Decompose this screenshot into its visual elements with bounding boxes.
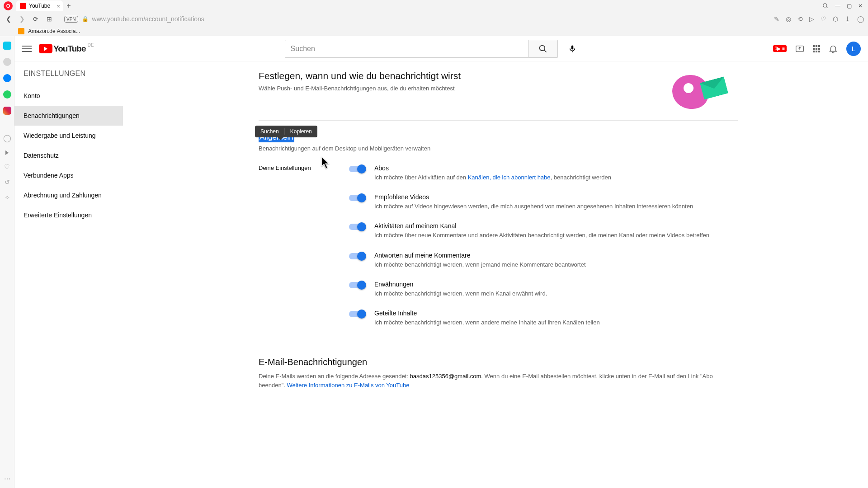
- sidebar-item-wiedergabe[interactable]: Wiedergabe und Leistung: [14, 126, 123, 145]
- camera-icon[interactable]: ◎: [786, 15, 791, 23]
- profile-icon[interactable]: ◯: [857, 15, 864, 23]
- subscribed-channels-link[interactable]: Kanälen, die ich abonniert habe: [468, 174, 551, 181]
- sidebar-item-erweitert[interactable]: Erweiterte Einstellungen: [14, 205, 123, 225]
- titlebar: O YouTube × + — ▢ ✕: [0, 0, 868, 12]
- sidebar-item-konto[interactable]: Konto: [14, 86, 123, 106]
- placeholder-icon[interactable]: [3, 58, 11, 66]
- workspace-icon[interactable]: [3, 42, 11, 50]
- toggle-title: Geteilte Inhalte: [374, 310, 600, 317]
- opera-sidebar: ◯ ♡ ↺ ✧ ⋯: [0, 36, 14, 488]
- toggle-title: Aktivitäten auf meinem Kanal: [374, 222, 709, 230]
- bookmark-amazon[interactable]: Amazon.de Associa...: [28, 28, 80, 34]
- tooltip-search-button[interactable]: Suchen: [255, 128, 285, 135]
- send-icon[interactable]: ▷: [809, 15, 814, 23]
- search-icon[interactable]: [822, 3, 829, 9]
- email-address: basdas125356@gmail.com: [410, 373, 481, 380]
- forward-button[interactable]: ❯: [17, 14, 27, 24]
- toggle-aktivitaeten[interactable]: [349, 224, 365, 230]
- toggle-row-aktivitaeten: Aktivitäten auf meinem Kanal Ich möchte …: [349, 222, 738, 239]
- heart-icon[interactable]: ♡: [821, 15, 826, 23]
- general-settings-block: Deine Einstellungen Abos Ich möchte über…: [259, 164, 738, 327]
- search-input[interactable]: Suchen: [285, 40, 529, 58]
- sidebar-item-benachrichtigungen[interactable]: Benachrichtigungen: [14, 106, 123, 126]
- svg-line-3: [544, 50, 547, 52]
- messenger-icon[interactable]: [3, 74, 11, 82]
- circle-icon[interactable]: ◯: [3, 134, 11, 142]
- speed-dial-icon[interactable]: ⊞: [44, 14, 54, 24]
- settings-sidebar-title: EINSTELLUNGEN: [14, 61, 123, 82]
- new-tab-button[interactable]: +: [66, 2, 71, 10]
- toggle-title: Antworten auf meine Kommentare: [374, 252, 586, 259]
- minimize-button[interactable]: —: [835, 3, 840, 9]
- close-window-button[interactable]: ✕: [858, 3, 863, 9]
- email-more-info-link[interactable]: Weitere Informationen zu E-Mails von You…: [287, 382, 409, 389]
- more-sidebar-icon[interactable]: ⋯: [4, 475, 10, 483]
- sidebar-item-verbundene-apps[interactable]: Verbundene Apps: [14, 165, 123, 185]
- toggle-desc: Ich möchte über neue Kommentare und ande…: [374, 231, 709, 239]
- reload-button[interactable]: ⟳: [31, 14, 41, 24]
- toggle-desc: Ich möchte auf Videos hingewiesen werden…: [374, 202, 693, 211]
- svg-line-1: [826, 7, 828, 8]
- youtube-header: YouTube DE Suchen 1▶ ≡: [14, 36, 868, 61]
- address-bar-row: ❮ ❯ ⟳ ⊞ VPN 🔒 www.youtube.com/account_no…: [0, 12, 868, 26]
- play-icon[interactable]: [5, 150, 9, 155]
- tooltip-copy-button[interactable]: Kopieren: [285, 128, 317, 135]
- svg-point-2: [540, 45, 545, 51]
- tab-title: YouTube: [29, 3, 50, 9]
- whatsapp-icon[interactable]: [3, 90, 11, 99]
- toggle-antworten[interactable]: [349, 253, 365, 259]
- lock-icon[interactable]: 🔒: [82, 16, 89, 22]
- amazon-favicon: [18, 28, 24, 34]
- youtube-favicon: [20, 3, 26, 9]
- email-section-desc: Deine E-Mails werden an die folgende Adr…: [259, 372, 738, 389]
- close-tab-icon[interactable]: ×: [57, 3, 61, 9]
- sync-icon[interactable]: ⟲: [797, 15, 803, 23]
- microphone-icon: [568, 44, 576, 54]
- apps-grid-icon: [813, 45, 820, 52]
- vpn-badge[interactable]: VPN: [64, 16, 78, 23]
- notification-illustration: [670, 70, 738, 111]
- toggle-empfohlen[interactable]: [349, 195, 365, 201]
- email-section-title: E-Mail-Benachrichtigungen: [259, 357, 738, 367]
- toggle-desc: Ich möchte benachrichtigt werden, wenn j…: [374, 261, 586, 269]
- browser-chrome: O YouTube × + — ▢ ✕ ❮ ❯ ⟳ ⊞ VPN 🔒 www.yo…: [0, 0, 868, 36]
- notifications-button[interactable]: [828, 44, 838, 54]
- country-code: DE: [87, 42, 94, 47]
- toggle-row-antworten: Antworten auf meine Kommentare Ich möcht…: [349, 252, 738, 269]
- toggle-erwaehnungen[interactable]: [349, 282, 365, 288]
- toggle-desc: Ich möchte über Aktivitäten auf den Kanä…: [374, 174, 611, 182]
- upload-button[interactable]: [795, 44, 805, 54]
- toggle-row-abos: Abos Ich möchte über Aktivitäten auf den…: [349, 164, 738, 182]
- search-icon: [538, 44, 547, 53]
- page-title: Festlegen, wann und wie du benachrichtig…: [259, 70, 461, 81]
- search-button[interactable]: [529, 40, 558, 58]
- youtube-logo[interactable]: YouTube DE: [39, 44, 93, 54]
- back-button[interactable]: ❮: [4, 14, 14, 24]
- opera-menu-button[interactable]: O: [4, 1, 13, 10]
- apps-button[interactable]: [813, 45, 820, 52]
- download-icon[interactable]: ⭳: [844, 15, 851, 23]
- url-text[interactable]: www.youtube.com/account_notifications: [92, 15, 770, 23]
- sidebar-item-abrechnung[interactable]: Abrechnung und Zahlungen: [14, 185, 123, 205]
- sidebar-item-datenschutz[interactable]: Datenschutz: [14, 145, 123, 165]
- upload-icon: [795, 44, 805, 54]
- cube-icon[interactable]: ⬡: [833, 15, 838, 23]
- toggle-geteilte[interactable]: [349, 311, 365, 317]
- toggle-desc: Ich möchte benachrichtigt werden, wenn a…: [374, 319, 600, 327]
- edit-icon[interactable]: ✎: [774, 15, 779, 23]
- toggle-row-geteilte: Geteilte Inhalte Ich möchte benachrichti…: [349, 310, 738, 327]
- svg-point-0: [823, 4, 827, 7]
- maximize-button[interactable]: ▢: [847, 3, 852, 9]
- history-icon[interactable]: ↺: [5, 178, 10, 186]
- account-avatar[interactable]: L: [846, 42, 861, 56]
- toggle-row-empfohlen: Empfohlene Videos Ich möchte auf Videos …: [349, 193, 738, 211]
- hamburger-menu-button[interactable]: [22, 46, 32, 52]
- toggle-abos[interactable]: [349, 166, 365, 172]
- voice-search-button[interactable]: [563, 40, 581, 58]
- browser-tab-active[interactable]: YouTube ×: [16, 0, 63, 11]
- instagram-icon[interactable]: [3, 107, 11, 115]
- heart-sidebar-icon[interactable]: ♡: [4, 163, 10, 170]
- bulb-icon[interactable]: ✧: [5, 194, 10, 201]
- bookmarks-bar: Amazon.de Associa...: [0, 26, 868, 36]
- extension-badge[interactable]: 1▶ ≡: [773, 45, 787, 52]
